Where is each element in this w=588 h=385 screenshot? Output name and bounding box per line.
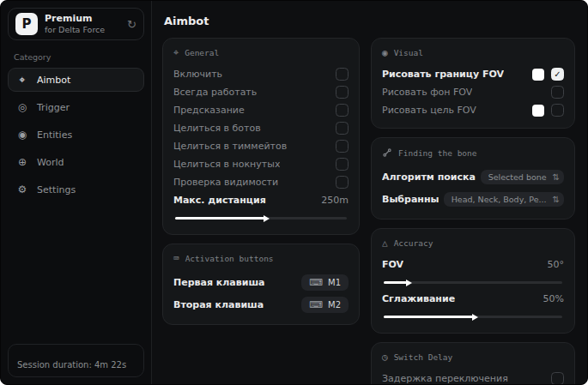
second-key-bind-button[interactable]: ⌨ M2 [301,297,349,313]
prediction-checkbox[interactable] [336,104,349,117]
sidebar-item-entities[interactable]: ◉ Entities [8,123,144,147]
select-value: Head, Neck, Body, Pe... [452,195,547,204]
keyboard-icon: ⌨ [173,254,179,263]
sidebar-item-label: Settings [37,184,76,196]
panel-title: General [185,48,219,57]
sidebar-item-label: Aimbot [37,75,70,86]
first-key-bind-button[interactable]: ⌨ M1 [301,274,349,291]
slider-fill [384,281,407,284]
enable-checkbox[interactable] [336,68,349,81]
stopwatch-icon: ◷ [382,352,388,362]
panel-title: Switch Delay [394,352,453,362]
checkbox-label: Задержка переключения [382,373,508,384]
crosshair-icon: ⌖ [16,74,28,86]
sidebar-item-label: Entities [37,129,72,141]
checkbox-row-prediction: Предсказание [173,101,349,119]
brand-title: Premium [45,13,105,25]
panel-visual-header: ◉ Visual [382,48,564,57]
slider-fill [175,217,264,220]
max-distance-row: Макс. дистанция 250m [173,191,349,209]
checkbox-row-visibility-check: Проверка видимости [173,173,349,191]
checkbox-row-enable: Включить [173,65,349,83]
visibility-check-checkbox[interactable] [336,176,349,189]
panel-title: Accuracy [394,238,433,248]
first-key-row: Первая клавиша ⌨ M1 [173,271,349,293]
checkbox-row-target-bots: Целиться в ботов [173,119,349,137]
checkbox-row-target-teammates: Целиться в тиммейтов [173,137,349,155]
slider-value: 250m [321,195,349,206]
page-title: Aimbot [164,15,575,27]
crosshair-icon: ⌖ [173,48,179,57]
checkbox-label: Целиться в нокнутых [173,159,280,170]
checkbox-row-target-knocked: Целиться в нокнутых [173,155,349,173]
sidebar-item-world[interactable]: ⊕ World [8,150,144,174]
refresh-icon[interactable]: ↻ [127,18,136,31]
panel-general: ⌖ General Включить Всегда работать Предс… [162,38,360,235]
selected-bones-select[interactable]: Head, Neck, Body, Pe... ⇅ [444,192,564,207]
panel-finding-bone: Finding the bone Алгоритм поиска костей … [371,137,575,220]
keyboard-icon: ⌨ [309,299,323,310]
expand-icon: ⇅ [553,195,560,204]
bone-icon [382,147,392,158]
visual-label: Рисовать цель FOV [382,105,476,116]
panel-switch-delay: ◷ Switch Delay Задержка переключения Зад… [371,342,575,384]
sidebar-item-label: Trigger [37,102,70,113]
checkbox-row-always-work: Всегда работать [173,83,349,101]
sidebar: P Premium for Delta Force ↻ Category ⌖ A… [1,1,152,384]
target-teammates-checkbox[interactable] [336,140,349,153]
visual-label: Рисовать границу FOV [382,69,504,80]
panel-activation-header: ⌨ Activation buttons [173,254,349,263]
check-icon: ✓ [554,69,561,79]
slider-value: 50% [543,293,564,304]
brand-subtitle: for Delta Force [45,25,105,35]
max-distance-slider[interactable] [175,217,347,220]
checkbox-label: Предсказание [173,105,245,116]
session-duration-text: Session duration: 4m 22s [17,360,126,370]
draw-fov-border-checkbox[interactable]: ✓ [551,68,564,81]
selected-bones-row: Выбранные кости Head, Neck, Body, Pe... … [382,188,564,210]
sidebar-item-settings[interactable]: ⚙ Settings [8,177,144,202]
checkbox-label: Включить [173,69,222,80]
target-knocked-checkbox[interactable] [336,158,349,171]
fov-target-color-swatch[interactable] [532,105,544,117]
sidebar-item-aimbot[interactable]: ⌖ Aimbot [8,68,144,92]
checkbox-label: Целиться в тиммейтов [173,141,287,152]
draw-fov-target-row: Рисовать цель FOV [382,101,564,119]
visual-label: Рисовать фон FOV [382,87,472,98]
bone-algorithm-select[interactable]: Selected bone ⇅ [481,170,564,184]
eye-icon: ◉ [382,48,388,57]
fov-row: FOV 50° [382,256,564,274]
panel-general-header: ⌖ General [173,48,349,57]
panel-title: Visual [394,48,423,57]
slider-value: 50° [548,259,565,270]
select-label: Выбранные кости [382,194,439,205]
keyboard-icon: ⌨ [309,277,323,288]
slider-label: Сглаживание [382,293,455,304]
panel-finding-bone-header: Finding the bone [382,147,564,158]
draw-fov-target-checkbox[interactable] [551,104,564,117]
expand-icon: ⇅ [553,172,560,182]
panel-accuracy: △ Accuracy FOV 50° Сглаживание 50% [371,228,575,334]
world-icon: ⊕ [16,156,28,168]
target-bots-checkbox[interactable] [336,122,349,135]
always-work-checkbox[interactable] [336,86,349,99]
slider-fill [384,316,473,318]
entities-icon: ◉ [16,129,28,141]
app-window: P Premium for Delta Force ↻ Category ⌖ A… [0,0,588,385]
select-label: Алгоритм поиска костей [382,171,476,183]
checkbox-label: Проверка видимости [173,177,278,188]
smoothing-slider[interactable] [384,316,562,318]
draw-fov-background-checkbox[interactable] [551,86,564,99]
panel-title: Activation buttons [185,254,274,263]
smoothing-row: Сглаживание 50% [382,290,564,308]
panel-switch-delay-header: ◷ Switch Delay [382,352,564,362]
main-content: Aimbot ⌖ General Включить Всегда работат… [152,1,587,384]
sidebar-item-trigger[interactable]: ◎ Trigger [8,95,144,119]
session-duration-box: Session duration: 4m 22s [8,344,144,377]
switch-delay-checkbox[interactable] [551,372,564,384]
fov-slider[interactable] [384,281,562,284]
sidebar-item-label: World [37,157,64,168]
triangle-icon: △ [382,238,388,248]
fov-border-color-swatch[interactable] [532,69,544,81]
bone-algorithm-row: Алгоритм поиска костей Selected bone ⇅ [382,165,564,188]
